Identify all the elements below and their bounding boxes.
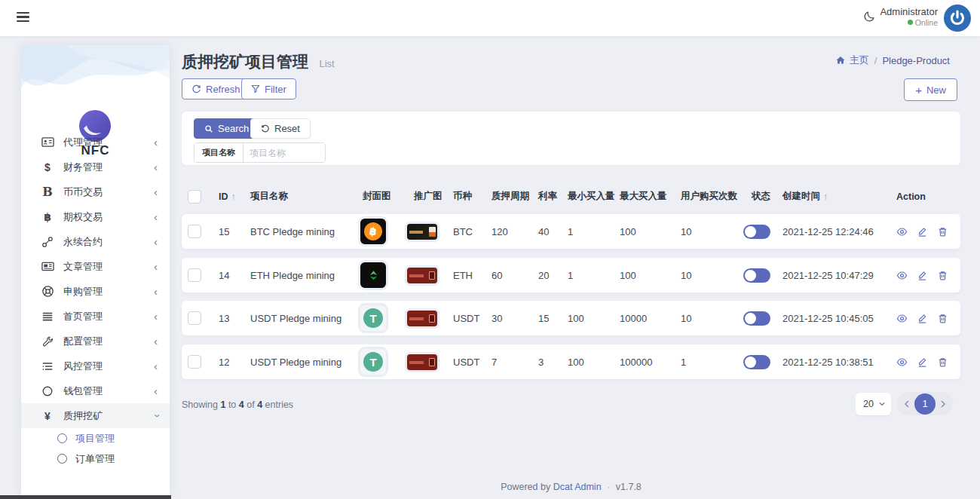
view-button[interactable] [896,270,908,281]
sidebar-item[interactable]: 配置管理‹ [21,329,170,354]
dcat-admin-link[interactable]: Dcat Admin [553,482,602,492]
cell-id: 12 [219,344,229,379]
sidebar-item[interactable]: ฿期权交易‹ [21,204,170,229]
sidebar-item-label: 配置管理 [63,335,103,348]
eye-icon [896,226,908,237]
admin-app: Administrator Online [0,0,980,499]
usdt-cover-image[interactable]: T [358,347,388,377]
sidebar-item[interactable]: 文章管理‹ [21,254,170,279]
edit-button[interactable] [917,270,928,281]
delete-button[interactable] [937,226,948,237]
filter-button[interactable]: Filter [241,78,296,99]
cell-min-buy: 100 [568,344,584,379]
user-menu[interactable]: Administrator Online [880,6,938,28]
filter-panel: Search Reset 项目名称 [182,112,960,165]
promo-image[interactable] [405,265,439,286]
view-button[interactable] [896,313,908,324]
delete-button[interactable] [937,313,948,324]
row-checkbox[interactable] [188,268,201,282]
refresh-button[interactable]: Refresh [182,78,250,99]
promo-image[interactable] [405,352,439,372]
edit-button[interactable] [917,313,928,324]
chevron-left-icon: ‹ [154,136,158,148]
bitcoin-icon: ฿ [41,210,54,224]
row-actions [896,214,948,249]
dollar-icon: $ [41,161,54,174]
new-button[interactable]: + New [904,78,957,101]
avatar[interactable] [944,5,971,32]
prev-page-button[interactable] [904,400,910,408]
sidebar-item[interactable]: 代理管理‹ [21,130,170,155]
page-subtitle: List [319,58,334,69]
view-button[interactable] [896,226,908,237]
dark-mode-icon[interactable] [863,10,876,26]
row-checkbox[interactable] [188,355,201,369]
status-toggle[interactable] [743,355,770,369]
sidebar-item[interactable]: B币币交易‹ [21,179,170,204]
header-id[interactable]: ID↑ [219,184,236,209]
status-toggle[interactable] [743,311,770,326]
sidebar-item[interactable]: 申购管理‹ [21,279,170,304]
sidebar-item[interactable]: 风控管理‹ [21,354,170,378]
circle-icon [57,433,67,443]
header-action: Action [896,184,926,209]
delete-button[interactable] [937,357,948,368]
breadcrumb-home[interactable]: 主页 [835,54,869,67]
sidebar-item[interactable]: 首页管理‹ [21,304,170,329]
page-size-select[interactable]: 20 [856,393,891,415]
sort-asc-icon[interactable]: ↑ [823,191,828,202]
eye-icon [896,313,908,324]
row-checkbox[interactable] [188,225,201,238]
sidebar-subitem[interactable]: 项目管理 [21,428,170,448]
sidebar-item[interactable]: 钱包管理‹ [21,378,170,403]
usdt-cover-image[interactable]: T [358,303,388,333]
trash-icon [937,226,948,237]
sidebar-item[interactable]: ¥质押挖矿‹ [21,403,170,428]
cell-id: 13 [219,301,229,335]
page-header: 质押挖矿项目管理 List [182,51,335,72]
sort-asc-icon[interactable]: ↑ [231,191,236,202]
select-all-checkbox[interactable] [188,190,201,204]
cell-rate: 40 [538,214,549,249]
edit-button[interactable] [917,357,928,368]
status-toggle[interactable] [743,268,770,283]
cell-max-buy: 100000 [620,344,652,379]
cell-max-buy: 10000 [620,301,647,335]
cell-buy-times: 10 [681,301,691,335]
chevron-left-icon: ‹ [154,360,158,372]
next-page-button[interactable] [940,400,946,408]
header-period: 质押周期 [492,184,529,209]
cell-buy-times: 10 [681,258,691,292]
id-card-icon [41,136,54,149]
delete-button[interactable] [937,270,948,281]
project-name-filter: 项目名称 [194,142,326,163]
header-rate: 利率 [538,184,557,209]
sidebar-item[interactable]: 永续合约‹ [21,229,170,254]
project-name-input[interactable] [243,143,325,162]
sidebar-item[interactable]: $财务管理‹ [21,155,170,179]
cell-coin: BTC [453,214,473,249]
status-toggle[interactable] [743,225,770,239]
pencil-icon [917,270,928,281]
bitcoin-logo-icon: ฿ [363,221,384,242]
pencil-icon [917,357,928,368]
cell-coin: ETH [453,258,473,292]
version: v1.7.8 [616,482,642,492]
header-created[interactable]: 创建时间↑ [782,184,828,209]
edit-button[interactable] [917,226,928,237]
sidebar-subitem[interactable]: 订单管理 [21,448,170,469]
cell-created-time: 2021-12-25 10:45:05 [782,301,874,335]
trash-icon [937,313,948,324]
promo-image[interactable] [405,308,439,329]
menu-toggle-icon[interactable] [17,12,29,24]
cell-coin: USDT [453,344,479,379]
breadcrumb-current[interactable]: Pledge-Product [882,55,950,66]
current-page-button[interactable]: 1 [914,393,936,415]
view-button[interactable] [896,357,908,368]
btc-cover-image[interactable]: ฿ [358,216,388,246]
row-checkbox[interactable] [188,311,201,325]
eth-cover-image[interactable] [358,260,388,290]
reset-button[interactable]: Reset [250,118,311,139]
sidebar-subitem-label: 订单管理 [75,452,115,466]
promo-image[interactable] [405,222,439,242]
